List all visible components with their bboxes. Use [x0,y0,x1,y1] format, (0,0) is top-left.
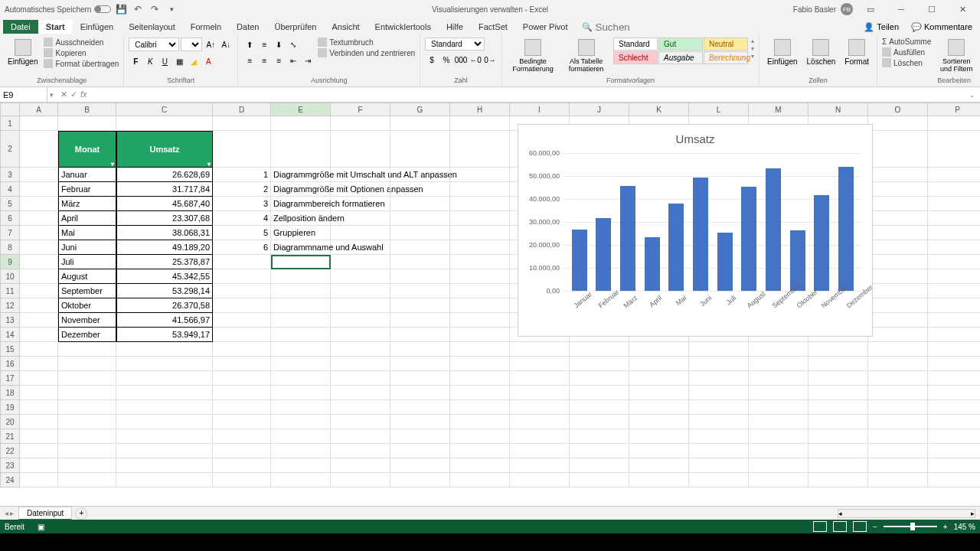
col-header-L[interactable]: L [689,103,749,116]
cell-N22[interactable] [808,444,868,458]
cell-O9[interactable] [868,255,928,269]
col-header-D[interactable]: D [213,103,271,116]
cell-G7[interactable] [390,226,450,240]
format-cells-button[interactable]: Format [841,37,872,67]
cell-I15[interactable] [510,342,570,357]
style-scroll-down-icon[interactable]: ▾ [751,45,754,52]
cell-A14[interactable] [20,328,58,342]
cell-C7[interactable]: 38.068,31 [116,226,213,240]
decrease-decimal-icon[interactable]: 0→ [483,53,497,67]
cell-M16[interactable] [749,357,808,371]
cell-H15[interactable] [450,342,510,357]
cell-O2[interactable] [868,131,928,168]
cell-H2[interactable] [450,131,510,168]
number-format-select[interactable]: Standard [425,37,485,51]
cell-O18[interactable] [868,386,928,400]
cell-E16[interactable] [271,357,331,371]
tab-formulas[interactable]: Formeln [183,20,229,34]
row-header-7[interactable]: 7 [0,226,20,240]
cell-B17[interactable] [58,371,116,386]
tab-insert[interactable]: Einfügen [73,20,121,34]
cell-C23[interactable] [116,458,213,473]
view-layout-icon[interactable] [833,521,847,532]
cell-A12[interactable] [20,298,58,313]
cell-C8[interactable]: 49.189,20 [116,240,213,255]
cell-K22[interactable] [629,444,689,458]
col-header-P[interactable]: P [928,103,980,116]
cell-E18[interactable] [271,386,331,400]
cell-H21[interactable] [450,429,510,444]
cell-K18[interactable] [629,386,689,400]
cell-B4[interactable]: Februar [58,182,116,197]
cell-G6[interactable] [390,211,450,226]
cell-E8[interactable]: Diagrammname und Auswahl [271,240,331,255]
bar-August[interactable] [741,187,756,291]
name-box-input[interactable] [3,90,44,99]
font-size-select[interactable]: 11 [181,37,202,51]
row-header-3[interactable]: 3 [0,168,20,182]
cell-N15[interactable] [808,342,868,357]
cell-P4[interactable] [928,182,980,197]
cell-G24[interactable] [390,473,450,487]
cell-G5[interactable] [390,197,450,211]
tab-data[interactable]: Daten [229,20,266,34]
cell-G12[interactable] [390,298,450,313]
cell-D19[interactable] [213,400,271,415]
conditional-formatting-button[interactable]: Bedingte Formatierung [507,37,559,74]
sheet-nav-first-icon[interactable]: ◂ [5,509,8,517]
cell-K24[interactable] [629,473,689,487]
cell-J16[interactable] [570,357,629,371]
style-gut[interactable]: Gut [658,37,703,51]
cell-J21[interactable] [570,429,629,444]
cell-L21[interactable] [689,429,749,444]
cell-B8[interactable]: Juni [58,240,116,255]
cell-O14[interactable] [868,328,928,342]
row-header-13[interactable]: 13 [0,313,20,328]
cell-C13[interactable]: 41.566,97 [116,313,213,328]
style-neutral[interactable]: Neutral [704,37,748,51]
cell-A3[interactable] [20,168,58,182]
col-header-O[interactable]: O [868,103,928,116]
wrap-text-button[interactable]: Textumbruch [318,37,415,47]
cell-C5[interactable]: 45.687,40 [116,197,213,211]
percent-icon[interactable]: % [439,53,453,67]
cell-G23[interactable] [390,458,450,473]
cell-D20[interactable] [213,415,271,429]
cell-L19[interactable] [689,400,749,415]
cell-A13[interactable] [20,313,58,328]
cell-J15[interactable] [570,342,629,357]
cell-P20[interactable] [928,415,980,429]
cell-F23[interactable] [331,458,390,473]
row-header-2[interactable]: 2 [0,131,20,168]
clear-button[interactable]: Löschen [882,58,931,67]
cell-B7[interactable]: Mai [58,226,116,240]
cut-button[interactable]: Ausschneiden [44,37,119,47]
row-header-16[interactable]: 16 [0,357,20,371]
col-header-E[interactable]: E [271,103,331,116]
cell-O13[interactable] [868,313,928,328]
cell-H12[interactable] [450,298,510,313]
style-scroll-up-icon[interactable]: ▴ [751,37,754,44]
row-header-22[interactable]: 22 [0,444,20,458]
cell-G19[interactable] [390,400,450,415]
row-header-6[interactable]: 6 [0,211,20,226]
delete-cells-button[interactable]: Löschen [804,37,839,67]
cell-P3[interactable] [928,168,980,182]
cell-A22[interactable] [20,444,58,458]
name-box[interactable] [0,87,47,102]
cell-F13[interactable] [331,313,390,328]
cell-D10[interactable] [213,269,271,284]
cell-F19[interactable] [331,400,390,415]
cell-H8[interactable] [450,240,510,255]
cell-N21[interactable] [808,429,868,444]
cell-P8[interactable] [928,240,980,255]
cell-F11[interactable] [331,284,390,298]
style-more-icon[interactable]: ▾ [751,53,754,60]
cell-M18[interactable] [749,386,808,400]
cell-G13[interactable] [390,313,450,328]
cell-P10[interactable] [928,269,980,284]
cell-L17[interactable] [689,371,749,386]
cell-O4[interactable] [868,182,928,197]
cell-L23[interactable] [689,458,749,473]
row-header-19[interactable]: 19 [0,400,20,415]
